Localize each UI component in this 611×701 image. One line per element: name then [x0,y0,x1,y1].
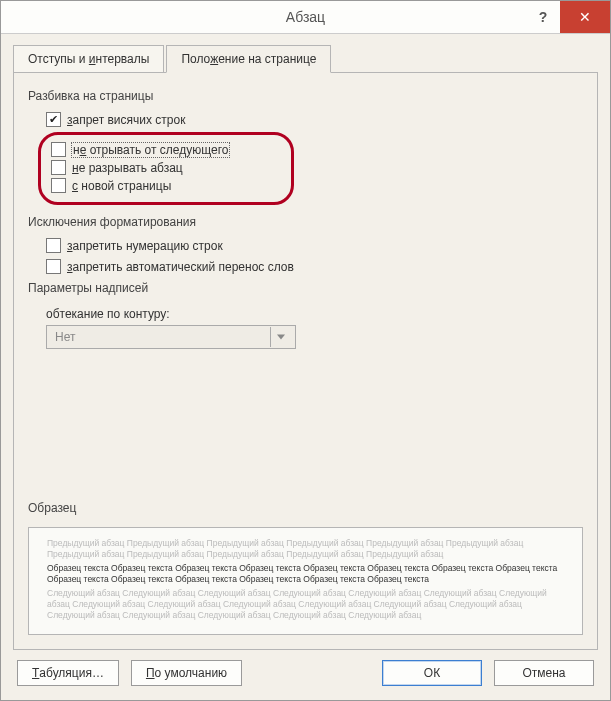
cancel-button[interactable]: Отмена [494,660,594,686]
dropdown-tight-wrap-value: Нет [55,330,75,344]
dropdown-tight-wrap[interactable]: Нет [46,325,296,349]
label-suppress-line-numbers: запретить нумерацию строк [67,239,223,253]
set-default-button[interactable]: По умолчанию [131,660,242,686]
system-buttons: ? ✕ [526,1,610,33]
tab-panel-page-position: Разбивка на страницы запрет висячих стро… [13,72,598,650]
ok-button[interactable]: ОК [382,660,482,686]
dialog-window: Абзац ? ✕ Отступы и интервалы Положение … [0,0,611,701]
close-button[interactable]: ✕ [560,1,610,33]
label-page-break-before: с новой страницы [72,179,171,193]
client-area: Отступы и интервалы Положение на страниц… [1,34,610,700]
chevron-down-icon [270,327,291,347]
checkbox-row-keep-next: не отрывать от следующего [51,142,283,157]
title-bar: Абзац ? ✕ [1,1,610,34]
checkbox-suppress-line-numbers[interactable] [46,238,61,253]
checkbox-keep-with-next[interactable] [51,142,66,157]
checkbox-widow-control[interactable] [46,112,61,127]
tab-page-position[interactable]: Положение на странице [166,45,331,73]
label-widow-control: запрет висячих строк [67,113,185,127]
tab-indents[interactable]: Отступы и интервалы [13,45,164,73]
checkbox-suppress-hyphenation[interactable] [46,259,61,274]
tabs-button[interactable]: Табуляция… [17,660,119,686]
tab-strip: Отступы и интервалы Положение на страниц… [13,44,598,72]
checkbox-row-suppress-hyphenation: запретить автоматический перенос слов [46,259,583,274]
checkbox-row-widow: запрет висячих строк [46,112,583,127]
section-preview-title: Образец [28,501,583,515]
preview-box: Предыдущий абзац Предыдущий абзац Предыд… [28,527,583,635]
preview-next-paragraph: Следующий абзац Следующий абзац Следующи… [47,588,564,621]
checkbox-row-keep-lines: не разрывать абзац [51,160,283,175]
highlight-annotation: не отрывать от следующего не разрывать а… [38,132,294,205]
label-tight-wrap: обтекание по контуру: [46,307,583,321]
section-exceptions-title: Исключения форматирования [28,215,583,229]
help-button[interactable]: ? [526,1,560,33]
dialog-button-row: Табуляция… По умолчанию ОК Отмена [13,650,598,690]
checkbox-row-page-break: с новой страницы [51,178,283,193]
label-keep-with-next: не отрывать от следующего [72,143,229,157]
checkbox-row-suppress-line-numbers: запретить нумерацию строк [46,238,583,253]
spacer [28,349,583,497]
checkbox-page-break-before[interactable] [51,178,66,193]
section-textbox-title: Параметры надписей [28,281,583,295]
preview-sample-paragraph: Образец текста Образец текста Образец те… [47,563,564,585]
preview-previous-paragraph: Предыдущий абзац Предыдущий абзац Предыд… [47,538,564,560]
window-title: Абзац [1,9,610,25]
section-pagination-title: Разбивка на страницы [28,89,583,103]
label-suppress-hyphenation: запретить автоматический перенос слов [67,260,294,274]
checkbox-keep-lines-together[interactable] [51,160,66,175]
label-keep-lines-together: не разрывать абзац [72,161,183,175]
